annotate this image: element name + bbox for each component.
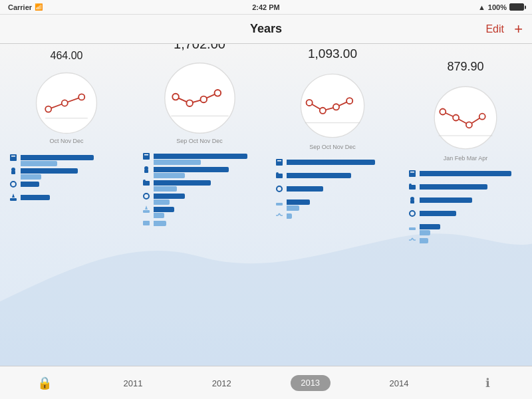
bar-fill (21, 168, 78, 174)
bar-chart-2012 (138, 151, 261, 231)
wifi-icon: 📶 (35, 3, 43, 11)
svg-line-42 (279, 213, 281, 215)
circle-chart-2011 (33, 70, 100, 136)
info-icon: ℹ (485, 376, 490, 390)
svg-point-48 (466, 122, 472, 128)
svg-rect-51 (410, 172, 414, 173)
bar-fill (287, 186, 323, 192)
bar-fill-light (154, 221, 166, 226)
bar-icon (274, 170, 285, 181)
svg-rect-18 (143, 153, 150, 160)
bar-track (420, 184, 524, 190)
tab-label-2013: 2013 (301, 378, 320, 388)
svg-marker-11 (12, 194, 15, 198)
status-left: Carrier 📶 (8, 3, 43, 11)
bar-fill (154, 180, 211, 186)
bar-fill (420, 198, 472, 203)
bar-fill (154, 207, 174, 212)
svg-point-2 (45, 106, 51, 112)
svg-rect-24 (144, 194, 149, 199)
svg-point-15 (186, 100, 193, 106)
bar-icon (8, 179, 19, 190)
date-labels-2011: Oct Nov Dec (49, 138, 83, 144)
bar-track (420, 237, 524, 243)
bar-row (274, 197, 391, 207)
bar-row (8, 152, 125, 163)
svg-marker-26 (145, 205, 148, 209)
svg-point-14 (172, 94, 179, 100)
svg-rect-5 (10, 154, 17, 161)
bar-icon (274, 197, 285, 207)
bar-icon (141, 204, 152, 215)
bar-track (287, 173, 391, 178)
signal-icon: ▲ (478, 3, 485, 11)
svg-rect-8 (11, 171, 15, 174)
svg-rect-38 (277, 186, 282, 192)
add-button[interactable]: + (514, 22, 523, 37)
amount-2011: 464.00 (51, 50, 83, 62)
bar-fill (154, 154, 247, 159)
bar-track (21, 168, 125, 174)
bar-icon (8, 152, 19, 163)
svg-rect-55 (410, 200, 414, 203)
bar-row (274, 210, 391, 221)
bar-icon (141, 178, 152, 188)
status-bar: Carrier 📶 2:42 PM ▲ 100% (0, 0, 532, 15)
bar-row (8, 179, 125, 190)
bar-track (154, 194, 258, 199)
tab-item-lock[interactable]: 🔒 (0, 366, 88, 399)
tab-2014[interactable]: 2014 (354, 366, 443, 399)
tab-2012[interactable]: 2012 (178, 366, 266, 399)
bar-fill (420, 224, 440, 229)
bar-fill-light (154, 173, 185, 178)
year-column-2012: 1,702.00 Sep Oct Nov Dec (133, 44, 266, 362)
date-labels-2014: Jan Feb Mar Apr (444, 155, 488, 162)
bar-icon (407, 182, 418, 192)
bar-track (287, 200, 391, 205)
svg-rect-21 (144, 170, 148, 173)
svg-rect-35 (277, 160, 281, 162)
svg-point-49 (479, 114, 485, 120)
bar-icon (141, 191, 152, 201)
circle-chart-2013 (296, 69, 369, 142)
bar-fill (287, 200, 310, 205)
svg-point-3 (62, 100, 68, 106)
bar-row (407, 208, 524, 219)
tab-2011[interactable]: 2011 (88, 366, 177, 399)
tab-2013[interactable]: 2013 (266, 366, 354, 399)
svg-rect-25 (143, 210, 150, 213)
bar-icon (141, 151, 152, 162)
bar-track (420, 211, 524, 216)
tab-label-2012: 2012 (212, 378, 231, 388)
edit-button[interactable]: Edit (485, 23, 504, 35)
years-container: 464.00 Oct Nov Dec (0, 44, 532, 366)
tab-item-info[interactable]: ℹ (444, 366, 532, 399)
bar-icon (407, 195, 418, 205)
bar-track (287, 160, 391, 165)
bar-fill-light (21, 174, 41, 180)
svg-rect-50 (409, 170, 416, 177)
bar-row (274, 170, 391, 181)
amount-2012: 1,702.00 (174, 44, 225, 52)
bar-row (407, 235, 524, 245)
bar-track (154, 220, 258, 225)
bar-row (8, 192, 125, 203)
bar-row (407, 182, 524, 192)
bar-icon (274, 157, 285, 168)
bar-fill (21, 155, 94, 160)
main-content: 464.00 Oct Nov Dec (0, 44, 532, 366)
svg-rect-19 (144, 154, 148, 156)
battery-icon (509, 3, 524, 11)
bar-chart-2014 (404, 168, 527, 248)
bar-icon (141, 217, 152, 228)
bar-icon (274, 184, 285, 194)
status-right: ▲ 100% (478, 3, 524, 11)
year-column-2011: 464.00 Oct Nov Dec (0, 47, 133, 362)
circle-chart-2014 (430, 82, 501, 154)
bar-track (420, 171, 524, 176)
bar-track (420, 198, 524, 203)
bar-row (141, 151, 258, 162)
svg-point-30 (307, 100, 313, 106)
bar-row (141, 217, 258, 228)
bar-track (154, 154, 258, 159)
